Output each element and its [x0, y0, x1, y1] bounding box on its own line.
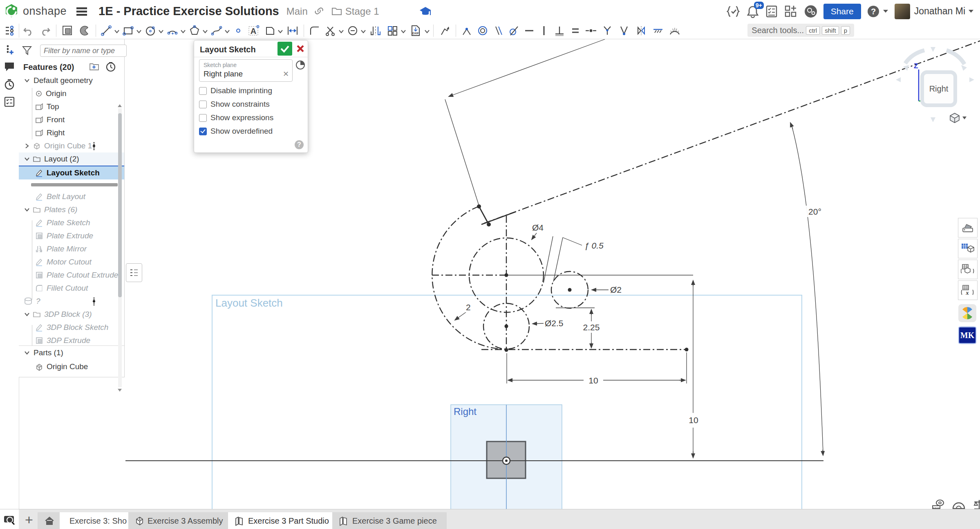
- checkbox-icon[interactable]: [199, 128, 207, 135]
- circle-d2-5[interactable]: [483, 303, 529, 349]
- drag-handle-icon[interactable]: [92, 141, 96, 150]
- rotate-right-arrow[interactable]: [946, 50, 964, 64]
- circle-d4[interactable]: [469, 238, 544, 312]
- dxf-menu-caret[interactable]: [424, 29, 430, 34]
- apps-plus-icon[interactable]: [784, 5, 797, 18]
- sketch-plane-field[interactable]: Sketch plane Right plane ✕: [199, 59, 293, 82]
- symmetric-constraint[interactable]: [633, 24, 650, 38]
- drag-handle-icon[interactable]: [92, 297, 96, 306]
- clear-field-icon[interactable]: ✕: [283, 69, 289, 78]
- dim-d2-5[interactable]: Ø2.5: [533, 318, 566, 328]
- scroll-down-arrow[interactable]: [118, 389, 122, 392]
- workspace-name[interactable]: Stage 1: [345, 6, 379, 17]
- checkbox-show-overdefined[interactable]: Show overdefined: [199, 127, 273, 136]
- rollback-bar[interactable]: [19, 179, 124, 190]
- feature-row-origin[interactable]: Origin: [19, 87, 124, 100]
- convert-tool[interactable]: [436, 24, 453, 38]
- sketch-list-flyout-button[interactable]: [126, 263, 142, 282]
- spline-tool[interactable]: [209, 24, 224, 38]
- feature-row-layout-sketch[interactable]: Layout Sketch: [19, 166, 124, 179]
- dialog-cancel-button[interactable]: [295, 43, 306, 54]
- layout-sketch-selection-box[interactable]: Layout Sketch: [212, 295, 802, 529]
- feature-row-front[interactable]: Front: [19, 113, 124, 126]
- dim-vertical-10[interactable]: 10: [687, 280, 700, 458]
- pan-right-arrow[interactable]: [969, 77, 974, 82]
- view-cube-face[interactable]: Right: [920, 70, 957, 107]
- fix-constraint[interactable]: [650, 24, 666, 38]
- rectangle-menu-caret[interactable]: [136, 29, 142, 34]
- dialog-help-icon[interactable]: ?: [295, 140, 304, 149]
- slot-menu-caret[interactable]: [277, 29, 283, 34]
- checkbox-show-expressions[interactable]: Show expressions: [199, 113, 273, 122]
- tasks-icon[interactable]: [765, 5, 778, 18]
- configuration-table-button[interactable]: [958, 260, 978, 279]
- chevron-down-icon[interactable]: [24, 350, 30, 356]
- feature-row-unknown[interactable]: ?: [19, 295, 124, 308]
- feature-row-fillet-cutout[interactable]: Fillet Cutout: [19, 282, 124, 295]
- document-title[interactable]: 1E - Practice Exercise Solutions: [98, 4, 279, 18]
- feature-row-belt-layout[interactable]: Belt Layout: [19, 190, 124, 203]
- ai-head-icon[interactable]: [804, 4, 818, 18]
- view-cube[interactable]: Z Y Right: [891, 39, 980, 127]
- large-construction-arc[interactable]: [432, 206, 506, 349]
- pattern-tool[interactable]: [384, 24, 401, 38]
- feature-row-plate-sketch[interactable]: Plate Sketch: [19, 216, 124, 229]
- feature-row-plates-folder[interactable]: Plates (6): [19, 203, 124, 216]
- new-tab-button[interactable]: +: [22, 512, 36, 527]
- branch-name[interactable]: Main: [286, 6, 308, 17]
- feature-scrollbar-thumb[interactable]: [118, 113, 122, 297]
- feature-row-plate-cutout-extrude[interactable]: Plate Cutout Extrude: [19, 269, 124, 282]
- dim-d2[interactable]: Ø2: [592, 284, 625, 295]
- circle-d2[interactable]: [551, 271, 588, 308]
- filter-icon[interactable]: [22, 46, 33, 56]
- pan-left-arrow[interactable]: [896, 77, 901, 82]
- history-clock-icon[interactable]: [105, 61, 116, 72]
- help-icon[interactable]: ?: [867, 5, 880, 18]
- dim-fillet[interactable]: ƒ 0.5: [544, 236, 608, 283]
- line-tool[interactable]: [98, 24, 114, 38]
- offset-menu-caret[interactable]: [360, 29, 366, 34]
- variable-table-button[interactable]: x: [958, 280, 978, 300]
- notifications-bell[interactable]: 9+: [747, 5, 759, 18]
- user-name[interactable]: Jonathan Mi: [914, 6, 965, 17]
- circle-menu-caret[interactable]: [158, 29, 164, 34]
- chevron-right-icon[interactable]: [24, 143, 30, 149]
- share-button[interactable]: Share: [823, 4, 861, 19]
- tab-exercise-3-game-piece[interactable]: Exercise 3 Game piece: [332, 512, 447, 529]
- perpendicular-constraint[interactable]: [551, 24, 568, 38]
- feature-row-origin-cube-1[interactable]: Origin Cube 1: [19, 139, 124, 152]
- intersect-tool[interactable]: [76, 24, 93, 38]
- trim-tool[interactable]: [323, 24, 338, 38]
- dim-d4[interactable]: Ø4: [531, 222, 548, 240]
- feature-row-motor-cutout[interactable]: Motor Cutout: [19, 256, 124, 269]
- arc-tool[interactable]: [165, 24, 180, 38]
- view-menu-cube-icon[interactable]: [949, 112, 967, 125]
- user-menu-caret-icon[interactable]: [969, 10, 973, 13]
- logo-text[interactable]: onshape: [23, 5, 67, 18]
- link-icon[interactable]: [314, 6, 325, 17]
- scroll-up-arrow[interactable]: [118, 104, 122, 107]
- fillet-tool[interactable]: [307, 24, 323, 38]
- text-tool[interactable]: A: [246, 24, 262, 38]
- parts-header-row[interactable]: Parts (1): [19, 346, 124, 360]
- chevron-down-icon[interactable]: [24, 156, 30, 162]
- new-folder-icon[interactable]: [89, 62, 100, 71]
- checkbox-show-constraints[interactable]: Show constraints: [199, 100, 270, 109]
- polygon-menu-caret[interactable]: [202, 29, 208, 34]
- part-row-origin-cube[interactable]: Origin Cube: [19, 360, 124, 374]
- follow-list-icon[interactable]: [4, 96, 15, 108]
- normal-constraint[interactable]: [615, 24, 633, 38]
- arc-menu-caret[interactable]: [180, 29, 186, 34]
- checkbox-icon[interactable]: [199, 87, 207, 95]
- equal-constraint[interactable]: [568, 24, 583, 38]
- pinwheel-app-button[interactable]: [958, 304, 976, 322]
- feature-row-plate-extrude[interactable]: Plate Extrude: [19, 229, 124, 242]
- trim-menu-caret[interactable]: [338, 29, 344, 34]
- midpoint-constraint[interactable]: [583, 24, 599, 38]
- pattern-menu-caret[interactable]: [401, 29, 406, 34]
- avatar[interactable]: [895, 4, 910, 19]
- dim-horizontal-10[interactable]: 10: [507, 352, 687, 386]
- filter-input[interactable]: [40, 45, 127, 57]
- dimension-tool[interactable]: [284, 24, 301, 38]
- dim-2-25[interactable]: 2.25: [556, 308, 602, 348]
